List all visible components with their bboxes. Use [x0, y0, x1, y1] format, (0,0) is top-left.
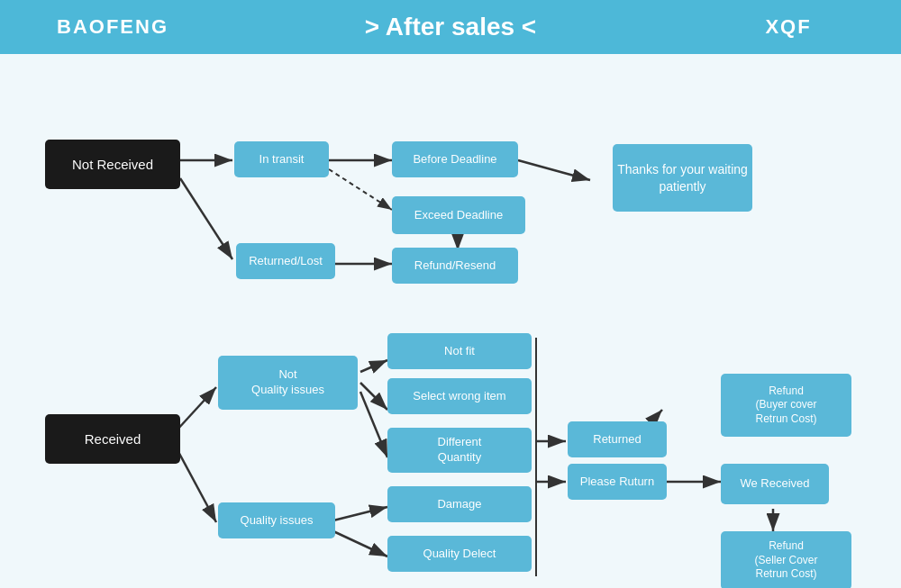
svg-line-10: [177, 448, 216, 522]
svg-line-13: [360, 392, 387, 457]
refund-resend-box: Refund/Resend: [392, 248, 518, 284]
quality-issues-box: Quality issues: [218, 502, 335, 538]
refund-buyer-box: Refund (Buyer cover Retrun Cost): [721, 374, 851, 437]
not-quality-box: Not Quality issues: [218, 356, 358, 410]
returned-lost-box: Returned/Lost: [236, 243, 335, 279]
damage-box: Damage: [387, 486, 532, 522]
header: BAOFENG > After sales < XQF: [0, 0, 901, 54]
svg-line-5: [329, 169, 392, 210]
select-wrong-item-box: Select wrong item: [387, 378, 532, 414]
header-right: XQF: [676, 15, 901, 39]
refund-seller-box: Refund (Seller Cover Retrun Cost): [721, 531, 851, 588]
header-left: BAOFENG: [0, 15, 225, 39]
returned-box: Returned: [568, 421, 667, 457]
in-transit-box: In transit: [234, 141, 329, 177]
we-received-box: We Received: [721, 464, 829, 504]
header-center: > After sales <: [225, 13, 676, 41]
not-fit-box: Not fit: [387, 333, 532, 369]
svg-line-6: [518, 160, 590, 180]
svg-line-9: [177, 387, 216, 430]
before-deadline-box: Before Deadline: [392, 141, 518, 177]
thanks-box: Thanks for your waiting patiently: [613, 144, 752, 212]
main-diagram: Not Received In transit Before Deadline …: [0, 54, 901, 588]
svg-line-11: [360, 360, 387, 372]
different-quantity-box: Different Quantity: [387, 428, 532, 473]
exceed-deadline-box: Exceed Deadline: [392, 196, 525, 234]
svg-line-14: [333, 507, 387, 520]
svg-line-3: [180, 178, 232, 259]
not-received-box: Not Received: [45, 140, 180, 189]
please-return-box: Please Ruturn: [568, 464, 667, 500]
received-box: Received: [45, 414, 180, 464]
quality-defect-box: Quality Delect: [387, 536, 532, 572]
svg-line-12: [360, 383, 387, 410]
svg-line-15: [333, 531, 387, 556]
